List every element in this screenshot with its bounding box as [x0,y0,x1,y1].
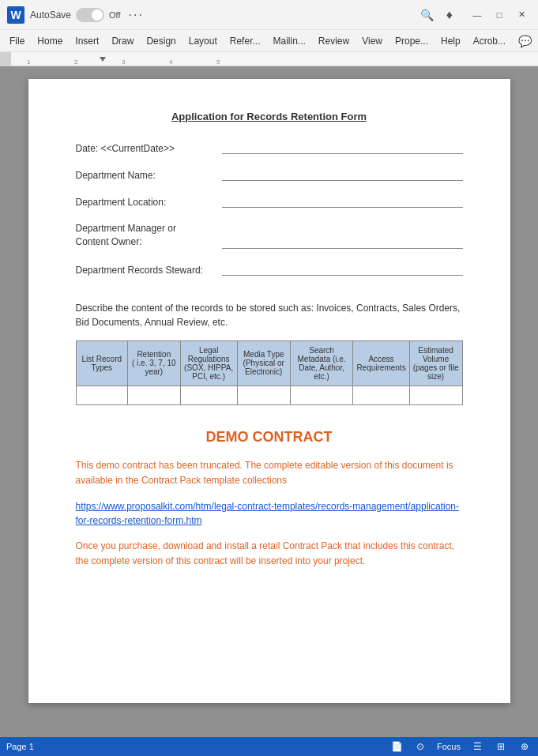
ruler: 1 2 3 4 5 [0,52,538,66]
menu-properties[interactable]: Prope... [389,32,435,50]
status-bar: Page 1 📄 ⊙ Focus ☰ ⊞ ⊕ [0,737,538,756]
window-controls: — □ ✕ [467,7,532,23]
more-options-dots[interactable]: ··· [129,8,144,22]
ruler-tab [100,57,106,63]
word-icon: W [6,6,25,24]
focus-icon[interactable]: ⊙ [413,739,427,754]
ruler-mark-4: 4 [169,58,172,66]
page-info: Page 1 [6,742,34,751]
comment-button[interactable]: 💬 [512,32,538,51]
table-cell[interactable] [127,386,180,404]
records-steward-field[interactable] [222,263,463,276]
demo-truncated-text: This demo contract has been truncated. T… [76,458,463,488]
menu-draw[interactable]: Draw [105,32,140,50]
document-view-icon[interactable]: 📄 [389,739,404,754]
ruler-mark-2: 2 [74,58,77,66]
menu-acrobat[interactable]: Acrob... [467,32,512,50]
menu-layout[interactable]: Layout [182,32,224,50]
dept-name-row: Department Name: [76,168,463,181]
ruler-mark-3: 3 [122,58,125,66]
table-cell[interactable] [290,386,353,404]
dept-location-row: Department Location: [76,195,463,208]
dept-name-field[interactable] [222,168,463,181]
ruler-mark-5: 5 [216,58,220,66]
maximize-button[interactable]: □ [489,7,510,23]
toggle-knob [92,9,103,21]
autosave-toggle[interactable] [76,8,104,22]
dept-location-label: Department Location: [76,197,222,208]
view-options-icon[interactable]: ☰ [470,739,484,754]
table-header-search: Search Metadata (i.e. Date, Author, etc.… [290,340,353,386]
date-field[interactable] [222,141,463,154]
dept-manager-field[interactable] [222,236,463,249]
table-header-retention: Retention( i.e. 3, 7, 10 year) [127,340,180,386]
dept-name-label: Department Name: [76,170,222,181]
menu-bar: File Home Insert Draw Design Layout Refe… [0,30,538,52]
table-header-record-types: List Record Types [76,340,127,386]
search-icon[interactable]: 🔍 [416,6,438,24]
table-cell[interactable] [180,386,237,404]
dept-manager-label: Department Manager orContent Owner: [76,222,222,249]
autosave-label: AutoSave [30,9,71,21]
menu-references[interactable]: Refer... [224,32,267,50]
demo-title: DEMO CONTRACT [76,429,463,446]
menu-mailings[interactable]: Mailin... [266,32,311,50]
table-header-volume: Estimated Volume (pages or file size) [409,340,462,386]
demo-link[interactable]: https://www.proposalkit.com/htm/legal-co… [76,499,463,528]
demo-purchase-text: Once you purchase, download and install … [76,539,463,569]
records-steward-row: Department Records Steward: [76,263,463,276]
menu-design[interactable]: Design [140,32,182,50]
table-cell[interactable] [353,386,409,404]
table-header-access: Access Requirements [353,340,409,386]
menu-insert[interactable]: Insert [69,32,105,50]
date-row: Date: <<CurrentDate>> [76,141,463,154]
dept-location-field[interactable] [222,195,463,208]
table-header-media: Media Type (Physical or Electronic) [237,340,290,386]
menu-help[interactable]: Help [435,32,467,50]
records-table: List Record Types Retention( i.e. 3, 7, … [76,340,463,405]
toggle-state-label: Off [109,10,120,20]
page-title: Application for Records Retention Form [76,111,463,122]
table-header-legal: Legal Regulations (SOX, HIPPA, PCI, etc.… [180,340,237,386]
table-cell[interactable] [237,386,290,404]
table-cell[interactable] [409,386,462,404]
diamond-icon[interactable]: ♦ [446,8,453,22]
ruler-mark-1: 1 [27,58,30,66]
description-text: Describe the content of the records to b… [76,301,463,329]
close-button[interactable]: ✕ [511,7,532,23]
minimize-button[interactable]: — [467,7,487,23]
table-row [76,386,462,404]
records-steward-label: Department Records Steward: [76,265,222,276]
document-page: Application for Records Retention Form D… [28,79,510,703]
date-label: Date: <<CurrentDate>> [76,143,222,154]
title-bar: W AutoSave Off ··· 🔍 ♦ — □ ✕ [0,0,538,30]
word-logo-letter: W [7,6,24,24]
menu-file[interactable]: File [3,32,31,50]
menu-review[interactable]: Review [312,32,356,50]
menu-home[interactable]: Home [31,32,69,50]
layout-icon[interactable]: ⊞ [494,739,508,754]
menu-view[interactable]: View [356,32,389,50]
document-area: Application for Records Retention Form D… [0,66,538,737]
focus-label: Focus [437,742,461,751]
dept-manager-row: Department Manager orContent Owner: [76,222,463,249]
zoom-icon[interactable]: ⊕ [517,739,532,754]
table-cell[interactable] [76,386,127,404]
